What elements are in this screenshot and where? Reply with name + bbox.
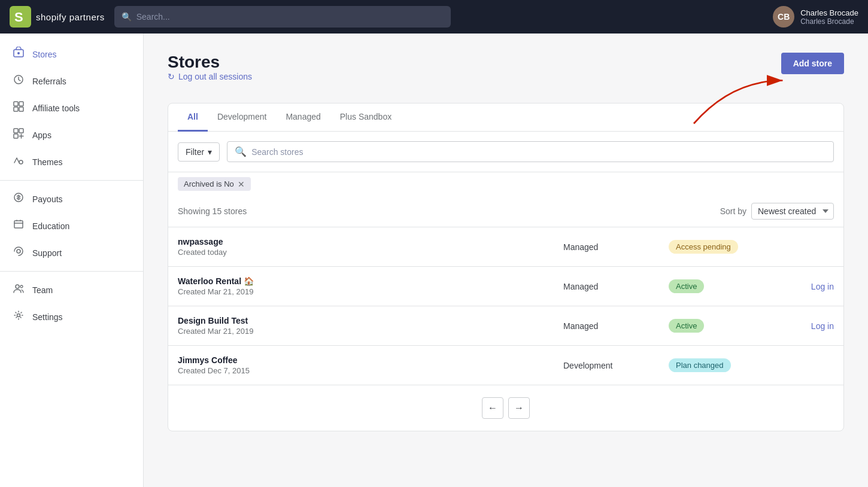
status-badge: Active: [669, 279, 704, 293]
user-name: Charles Brocade: [800, 8, 858, 17]
store-created: Created today: [178, 248, 554, 257]
search-store-icon: 🔍: [235, 146, 247, 157]
tab-all[interactable]: All: [178, 104, 208, 132]
svg-rect-10: [19, 129, 23, 133]
store-search-input[interactable]: [251, 147, 826, 157]
logout-text: Log out all sessions: [178, 72, 252, 81]
store-type: Managed: [563, 242, 659, 252]
store-info: nwpassage Created today: [178, 237, 554, 257]
store-created: Created Mar 21, 2019: [178, 287, 554, 296]
svg-rect-9: [14, 129, 18, 133]
education-icon: [12, 218, 25, 233]
filter-button[interactable]: Filter ▾: [178, 142, 220, 162]
table-row[interactable]: Design Build Test Created Mar 21, 2019 M…: [168, 306, 843, 345]
sidebar-item-education[interactable]: Education: [0, 212, 143, 239]
filter-tag-close-icon[interactable]: ✕: [238, 180, 245, 188]
search-input[interactable]: [136, 12, 444, 22]
status-badge: Access pending: [669, 240, 738, 254]
sidebar-label-apps: Apps: [32, 130, 51, 140]
sort-label: Sort by: [720, 206, 746, 216]
sidebar-label-stores: Stores: [32, 50, 56, 59]
status-badge: Plan changed: [669, 358, 731, 372]
sidebar-label-affiliate-tools: Affiliate tools: [32, 104, 80, 113]
search-icon: 🔍: [122, 12, 132, 22]
store-badge-col: Plan changed: [669, 358, 776, 372]
login-link[interactable]: Log in: [811, 321, 834, 331]
logo[interactable]: S shopify partners: [10, 6, 105, 28]
filter-bar: Filter ▾ 🔍: [168, 132, 843, 172]
svg-rect-11: [14, 134, 18, 138]
page-title: Stores: [168, 53, 252, 72]
store-badge-col: Access pending: [669, 240, 776, 254]
sidebar: Stores Referrals Affiliate tools Apps Th…: [0, 34, 144, 487]
store-info: Jimmys Coffee Created Dec 7, 2015: [178, 355, 554, 375]
table-row[interactable]: Jimmys Coffee Created Dec 7, 2015 Develo…: [168, 345, 843, 385]
tab-plus-sandbox[interactable]: Plus Sandbox: [330, 104, 401, 132]
store-action[interactable]: Log in: [786, 321, 834, 331]
tab-managed[interactable]: Managed: [276, 104, 330, 132]
sidebar-item-payouts[interactable]: Payouts: [0, 185, 143, 212]
stores-icon: [12, 47, 25, 62]
logout-link[interactable]: ↻ Log out all sessions: [168, 72, 252, 81]
sidebar-label-support: Support: [32, 248, 62, 258]
store-search[interactable]: 🔍: [227, 141, 834, 162]
sidebar-item-stores[interactable]: Stores: [0, 41, 143, 68]
store-name: nwpassage: [178, 237, 554, 246]
sidebar-item-themes[interactable]: Themes: [0, 148, 143, 175]
logout-icon: ↻: [168, 72, 175, 81]
sidebar-label-education: Education: [32, 221, 69, 231]
filter-tag-label: Archived is No: [184, 179, 234, 188]
global-search[interactable]: 🔍: [114, 6, 451, 28]
team-icon: [12, 282, 25, 297]
filter-chevron-icon: ▾: [208, 147, 212, 157]
support-icon: [12, 245, 25, 260]
next-page-button[interactable]: →: [508, 397, 530, 419]
store-created: Created Dec 7, 2015: [178, 366, 554, 375]
tabs-bar: All Development Managed Plus Sandbox: [168, 104, 843, 132]
apps-icon: [12, 127, 25, 142]
store-action[interactable]: Log in: [786, 281, 834, 292]
store-badge-col: Active: [669, 319, 776, 333]
sidebar-label-team: Team: [32, 285, 53, 295]
svg-point-18: [17, 314, 20, 317]
store-badge-col: Active: [669, 279, 776, 293]
user-sub: Charles Brocade: [800, 17, 858, 26]
themes-icon: [12, 154, 25, 169]
sidebar-label-themes: Themes: [32, 157, 63, 167]
page-title-group: Stores ↻ Log out all sessions: [168, 53, 252, 93]
filter-label: Filter: [186, 147, 204, 157]
store-type: Managed: [563, 282, 659, 291]
prev-page-button[interactable]: ←: [482, 397, 503, 419]
table-row[interactable]: Waterloo Rental 🏠 Created Mar 21, 2019 M…: [168, 266, 843, 306]
affiliate-tools-icon: [12, 101, 25, 115]
stores-card: All Development Managed Plus Sandbox Fil…: [168, 103, 844, 431]
avatar: CB: [773, 6, 794, 28]
settings-icon: [12, 309, 25, 324]
store-type: Development: [563, 361, 659, 370]
tab-development[interactable]: Development: [208, 104, 277, 132]
sidebar-item-apps[interactable]: Apps: [0, 121, 143, 148]
pagination: ← →: [168, 385, 843, 431]
add-store-button[interactable]: Add store: [781, 53, 844, 74]
svg-point-15: [17, 249, 20, 253]
svg-point-16: [16, 285, 19, 288]
store-info: Waterloo Rental 🏠 Created Mar 21, 2019: [178, 276, 554, 296]
sidebar-item-referrals[interactable]: Referrals: [0, 68, 143, 95]
user-menu[interactable]: CB Charles Brocade Charles Brocade: [773, 6, 858, 28]
table-row[interactable]: nwpassage Created today Managed Access p…: [168, 227, 843, 266]
sidebar-label-payouts: Payouts: [32, 194, 63, 204]
page-header: Stores ↻ Log out all sessions Add store: [168, 53, 844, 93]
store-name: Jimmys Coffee: [178, 355, 554, 365]
filter-tag-archived: Archived is No ✕: [178, 177, 251, 191]
sort-select[interactable]: Newest created Oldest created Alphabetic…: [751, 203, 834, 220]
svg-rect-8: [19, 107, 23, 111]
sidebar-item-settings[interactable]: Settings: [0, 303, 143, 330]
sidebar-item-support[interactable]: Support: [0, 239, 143, 266]
logo-text: shopify partners: [36, 12, 105, 22]
main-layout: Stores Referrals Affiliate tools Apps Th…: [0, 34, 868, 487]
sidebar-label-settings: Settings: [32, 312, 63, 322]
svg-point-3: [17, 52, 20, 54]
login-link[interactable]: Log in: [811, 282, 834, 291]
sidebar-item-affiliate-tools[interactable]: Affiliate tools: [0, 95, 143, 121]
sidebar-item-team[interactable]: Team: [0, 276, 143, 303]
